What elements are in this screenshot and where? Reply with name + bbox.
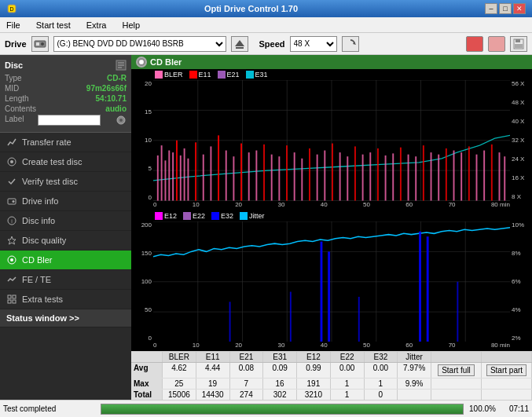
stats-header-row: BLER E11 E21 E31 E12 E22 E32 Jitter [131, 352, 532, 363]
app-icon: D [6, 3, 17, 14]
stats-col-jitter: Jitter [398, 352, 431, 362]
stats-max-bler: 25 [163, 379, 196, 389]
legend-e22-color [183, 212, 191, 220]
stats-start-part-cell: Start part [482, 363, 532, 378]
svg-rect-103 [419, 231, 421, 342]
legend-e11: E11 [189, 71, 211, 79]
disc-label-row: Label [5, 115, 127, 126]
svg-point-4 [41, 42, 44, 46]
svg-point-21 [10, 258, 13, 262]
color-button-1[interactable] [466, 36, 483, 52]
svg-rect-56 [263, 144, 265, 201]
top-chart-y-right: 56 X 48 X 40 X 32 X 24 X 16 X 8 X [510, 80, 532, 201]
sidebar-item-label-drive-info: Drive info [22, 196, 58, 206]
sidebar-item-label-verify-test-disc: Verify test disc [22, 177, 78, 186]
stats-total-btn2 [482, 390, 532, 400]
legend-e11-label: E11 [199, 71, 211, 79]
svg-rect-65 [332, 144, 333, 201]
legend-jitter-label: Jitter [249, 212, 265, 220]
stats-max-e12: 191 [297, 379, 331, 389]
content-area: CD Bler BLER E11 E21 [131, 55, 532, 400]
menu-file[interactable]: File [3, 19, 24, 31]
disc-mid-row: MID 97m26s66f [5, 84, 127, 93]
menu-help[interactable]: Help [119, 19, 143, 31]
save-button[interactable] [510, 36, 527, 52]
fe-te-icon [6, 274, 17, 285]
disc-label-input[interactable] [38, 115, 101, 126]
svg-rect-101 [321, 241, 323, 342]
svg-rect-60 [294, 152, 295, 200]
stats-avg-e32: 0.00 [365, 363, 398, 378]
disc-mid-value: 97m26s66f [86, 84, 127, 93]
minimize-button[interactable]: – [485, 3, 497, 14]
stats-max-e22: 1 [331, 379, 365, 389]
extra-tests-icon [6, 294, 17, 305]
eject-button[interactable] [231, 36, 248, 52]
svg-rect-46 [187, 159, 189, 201]
sidebar-item-drive-info[interactable]: Drive info [0, 192, 131, 211]
cd-bler-icon [6, 254, 17, 265]
sidebar-item-create-test-disc[interactable]: Create test disc [0, 152, 131, 172]
bottom-chart-y-right: 10% 8% 6% 4% 2% [510, 221, 532, 342]
legend-e31-label: E31 [255, 71, 268, 79]
sidebar-item-transfer-rate[interactable]: Transfer rate [0, 133, 131, 152]
disc-quality-icon [6, 235, 17, 246]
svg-rect-107 [358, 296, 360, 342]
drive-select[interactable]: (G:) BENQ DVD DD DW1640 BSRB [53, 36, 226, 52]
svg-rect-63 [317, 155, 318, 201]
svg-rect-86 [491, 144, 493, 201]
bottom-chart-x-axis: 0 10 20 30 40 50 60 70 80 min [153, 342, 510, 351]
stats-max-btn1 [431, 379, 482, 389]
sidebar-item-extra-tests[interactable]: Extra tests [0, 290, 131, 309]
svg-rect-39 [161, 145, 163, 200]
status-time: 07:11 [501, 404, 529, 413]
sidebar: Disc Type CD-R MID 97m26s66f Length 54:1… [0, 55, 131, 400]
stats-total-bler: 15006 [163, 390, 196, 400]
sidebar-item-fe-te[interactable]: FE / TE [0, 270, 131, 290]
create-test-disc-icon [6, 156, 17, 167]
svg-rect-41 [168, 151, 170, 201]
drive-label: Drive [5, 39, 27, 49]
disc-type-row: Type CD-R [5, 74, 127, 82]
legend-e12-label: E12 [164, 212, 177, 220]
svg-rect-22 [8, 295, 11, 298]
stats-total-label: Total [131, 390, 163, 400]
title-bar: D Opti Drive Control 1.70 – □ ✕ [0, 0, 532, 17]
svg-marker-5 [235, 40, 244, 46]
menu-start-test[interactable]: Start test [33, 19, 74, 31]
sidebar-item-disc-info[interactable]: i Disc info [0, 211, 131, 231]
svg-rect-87 [499, 152, 501, 200]
sidebar-item-verify-test-disc[interactable]: Verify test disc [0, 172, 131, 192]
legend-e32-label: E32 [221, 212, 233, 220]
svg-rect-24 [8, 300, 11, 303]
svg-rect-38 [157, 155, 159, 201]
sidebar-item-label-create-test-disc: Create test disc [22, 157, 82, 166]
disc-type-key: Type [5, 74, 22, 82]
sidebar-item-label-extra-tests: Extra tests [22, 294, 63, 304]
chart-title-bar: CD Bler [131, 55, 532, 69]
sidebar-item-status-window[interactable]: Status window >> [0, 309, 131, 327]
color-button-2[interactable] [488, 36, 505, 52]
stats-avg-row: Avg 4.62 4.44 0.08 0.09 0.99 0.00 0.00 7… [131, 363, 532, 379]
legend-e22-label: E22 [193, 212, 205, 220]
sidebar-item-disc-quality[interactable]: Disc quality [0, 231, 131, 251]
legend-e12-color [155, 212, 163, 220]
drive-icon-button[interactable] [31, 36, 49, 52]
sidebar-item-cd-bler[interactable]: CD Bler [0, 251, 131, 270]
close-button[interactable]: ✕ [513, 3, 526, 14]
start-part-button[interactable]: Start part [486, 364, 526, 376]
start-full-button[interactable]: Start full [438, 364, 475, 376]
legend-bler-label: BLER [164, 71, 183, 79]
speed-select[interactable]: 48 X [290, 36, 337, 52]
refresh-button[interactable] [342, 36, 359, 52]
drive-info-icon [6, 196, 17, 207]
svg-rect-72 [385, 155, 387, 201]
disc-header-label: Disc [5, 60, 23, 70]
legend-bler-color [155, 71, 163, 79]
stats-avg-e22: 0.00 [331, 363, 365, 378]
maximize-button[interactable]: □ [499, 3, 512, 14]
menu-extra[interactable]: Extra [83, 19, 110, 31]
stats-avg-jitter: 7.97% [398, 363, 431, 378]
refresh-icon [345, 38, 356, 49]
top-chart: BLER E11 E21 E31 [131, 69, 532, 210]
